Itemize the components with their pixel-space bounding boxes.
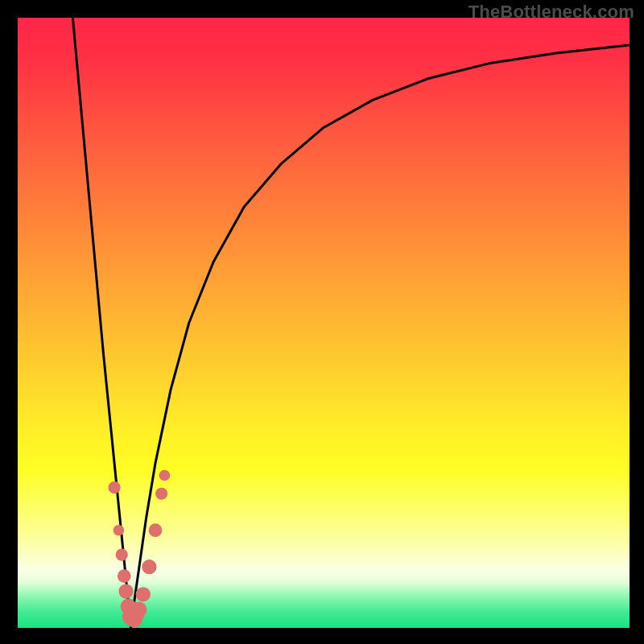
page-frame: TheBottleneck.com: [0, 0, 644, 644]
plot-area: [18, 18, 630, 628]
watermark-text: TheBottleneck.com: [469, 2, 634, 23]
scatter-dots: [18, 18, 630, 628]
